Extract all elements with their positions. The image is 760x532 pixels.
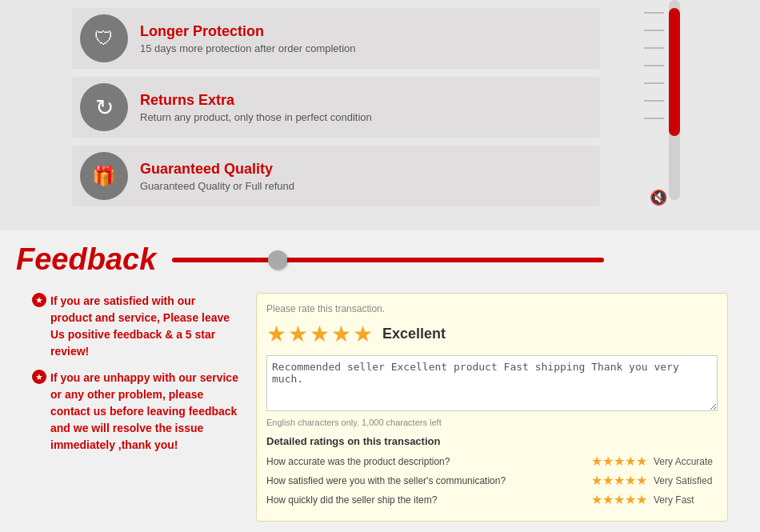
feedback-header: Feedback — [16, 242, 744, 277]
positive-feedback-prompt: ★ If you are satisfied with our product … — [32, 293, 240, 360]
star-2[interactable]: ★ — [288, 321, 308, 347]
mini-star-2-3[interactable]: ★ — [614, 473, 625, 488]
rating-question-3: How quickly did the seller ship the item… — [266, 494, 585, 506]
mini-star-1-2[interactable]: ★ — [602, 454, 614, 469]
negative-feedback-prompt: ★ If you are unhappy with our service or… — [32, 370, 240, 454]
feedback-slider-thumb[interactable] — [268, 250, 287, 270]
star-icon-1: ★ — [32, 293, 46, 307]
stars-row: ★ ★ ★ ★ ★ Excellent — [266, 321, 718, 347]
mini-stars-3: ★ ★ ★ ★ ★ — [591, 492, 647, 507]
mini-star-3-5[interactable]: ★ — [636, 492, 647, 507]
feature-text-returns-extra: Returns Extra Return any product, only t… — [140, 92, 372, 123]
feature-desc-returns-extra: Return any product, only those in perfec… — [140, 111, 372, 123]
mini-stars-2: ★ ★ ★ ★ ★ — [591, 473, 647, 488]
scroll-line-4 — [644, 65, 664, 66]
scroll-line-6 — [644, 100, 664, 102]
detailed-ratings-title: Detailed ratings on this transaction — [266, 435, 718, 447]
mini-stars-1: ★ ★ ★ ★ ★ — [591, 454, 647, 469]
left-text: ★ If you are satisfied with our product … — [32, 293, 240, 522]
mini-star-3-1[interactable]: ★ — [591, 492, 602, 507]
gift-icon: 🎁 — [80, 152, 128, 200]
feedback-section: Feedback ★ If you are satisfied with our… — [0, 230, 760, 532]
rating-label-1: Very Accurate — [654, 456, 718, 467]
mini-star-2-4[interactable]: ★ — [625, 473, 636, 488]
rating-row-1: How accurate was the product description… — [266, 454, 718, 469]
feature-title-longer-protection: Longer Protection — [140, 23, 356, 40]
char-count: English characters only. 1,000 character… — [266, 418, 718, 427]
feature-desc-longer-protection: 15 days more protection after order comp… — [140, 42, 356, 54]
mini-star-3-3[interactable]: ★ — [614, 492, 625, 507]
star-4[interactable]: ★ — [331, 321, 351, 347]
rate-label: Please rate this transaction. — [266, 303, 718, 314]
scrollbar[interactable] — [669, 0, 680, 200]
scroll-line-7 — [644, 118, 664, 119]
scroll-lines — [644, 0, 664, 119]
mini-star-1-1[interactable]: ★ — [591, 454, 602, 469]
mini-star-2-1[interactable]: ★ — [591, 473, 602, 488]
feature-desc-guaranteed-quality: Guaranteed Quality or Full refund — [140, 180, 294, 192]
feature-title-guaranteed-quality: Guaranteed Quality — [140, 161, 294, 178]
mini-star-1-5[interactable]: ★ — [636, 454, 647, 469]
volume-icon: 🔇 — [650, 189, 667, 206]
negative-feedback-text: If you are unhappy with our service or a… — [50, 370, 240, 454]
rating-question-1: How accurate was the product description… — [266, 456, 585, 467]
refresh-icon: ↻ — [80, 83, 128, 131]
feature-text-guaranteed-quality: Guaranteed Quality Guaranteed Quality or… — [140, 161, 294, 192]
positive-feedback-text: If you are satisfied with our product an… — [50, 293, 240, 360]
feedback-textarea[interactable]: Recommended seller Excellent product Fas… — [266, 355, 718, 411]
mini-star-2-2[interactable]: ★ — [602, 473, 614, 488]
rating-row-3: How quickly did the seller ship the item… — [266, 492, 718, 507]
star-5[interactable]: ★ — [353, 321, 373, 347]
excellent-label: Excellent — [382, 326, 446, 342]
scroll-line-1 — [644, 12, 664, 14]
rating-row-2: How satisfied were you with the seller's… — [266, 473, 718, 488]
feature-returns-extra: ↻ Returns Extra Return any product, only… — [72, 77, 600, 138]
mini-star-3-4[interactable]: ★ — [625, 492, 636, 507]
rating-label-2: Very Satisfied — [654, 475, 718, 486]
content-area: ★ If you are satisfied with our product … — [16, 293, 744, 522]
mini-star-2-5[interactable]: ★ — [636, 473, 647, 488]
star-icon-2: ★ — [32, 370, 46, 384]
mini-star-3-2[interactable]: ★ — [602, 492, 614, 507]
rating-question-2: How satisfied were you with the seller's… — [266, 475, 585, 486]
star-1[interactable]: ★ — [266, 321, 286, 347]
feature-text-longer-protection: Longer Protection 15 days more protectio… — [140, 23, 356, 54]
scrollbar-thumb[interactable] — [669, 8, 680, 136]
mini-star-1-4[interactable]: ★ — [625, 454, 636, 469]
shield-icon: 🛡 — [80, 14, 128, 62]
feedback-title: Feedback — [16, 242, 156, 277]
feature-guaranteed-quality: 🎁 Guaranteed Quality Guaranteed Quality … — [72, 146, 600, 206]
star-3[interactable]: ★ — [310, 321, 330, 347]
scroll-line-3 — [644, 47, 664, 49]
scroll-line-5 — [644, 82, 664, 84]
feature-longer-protection: 🛡 Longer Protection 15 days more protect… — [72, 8, 600, 69]
feedback-slider-bar[interactable] — [172, 258, 604, 262]
features-section: 🛡 Longer Protection 15 days more protect… — [0, 0, 760, 230]
scroll-line-2 — [644, 30, 664, 31]
feedback-form: Please rate this transaction. ★ ★ ★ ★ ★ … — [256, 293, 728, 522]
mini-star-1-3[interactable]: ★ — [614, 454, 625, 469]
rating-label-3: Very Fast — [654, 494, 718, 506]
feature-title-returns-extra: Returns Extra — [140, 92, 372, 109]
